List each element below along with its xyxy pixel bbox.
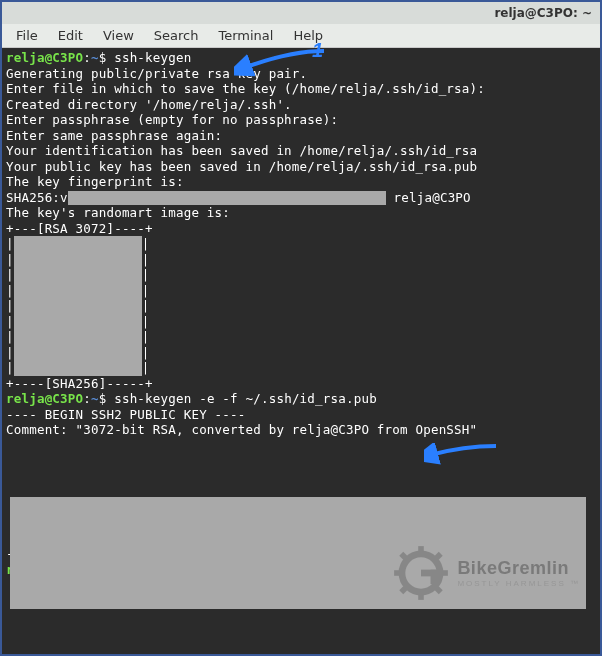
randomart-row: ||	[6, 329, 596, 345]
watermark-name: BikeGremlin	[457, 558, 580, 579]
output-line: Your public key has been saved in /home/…	[6, 159, 596, 175]
randomart-row: ||	[6, 360, 596, 376]
randomart-row: ||	[6, 298, 596, 314]
randomart-row: ||	[6, 314, 596, 330]
output-line: Enter passphrase (empty for no passphras…	[6, 112, 596, 128]
randomart-row: ||	[6, 236, 596, 252]
output-line: Enter file in which to save the key (/ho…	[6, 81, 596, 97]
menu-edit[interactable]: Edit	[48, 26, 93, 45]
prompt-line-1: relja@C3PO:~$ ssh-keygen	[6, 50, 596, 66]
output-line: The key fingerprint is:	[6, 174, 596, 190]
menu-help[interactable]: Help	[283, 26, 333, 45]
menu-file[interactable]: File	[6, 26, 48, 45]
output-line: Enter same passphrase again:	[6, 128, 596, 144]
svg-rect-4	[419, 593, 425, 600]
output-line: Created directory '/home/relja/.ssh'.	[6, 97, 596, 113]
fingerprint-line: SHA256:v relja@C3PO	[6, 190, 596, 206]
svg-rect-5	[394, 570, 401, 576]
svg-rect-6	[442, 570, 449, 576]
watermark-text: BikeGremlin MOSTLY HARMLESS ™	[457, 558, 580, 588]
svg-rect-3	[419, 546, 425, 553]
output-line: Your identification has been saved in /h…	[6, 143, 596, 159]
svg-rect-2	[431, 570, 438, 585]
randomart-row: ||	[6, 267, 596, 283]
watermark-tagline: MOSTLY HARMLESS ™	[457, 579, 580, 588]
randomart-top: +---[RSA 3072]----+	[6, 221, 596, 237]
randomart-row: ||	[6, 283, 596, 299]
watermark-logo: BikeGremlin MOSTLY HARMLESS ™	[393, 545, 580, 601]
output-line: Generating public/private rsa key pair.	[6, 66, 596, 82]
window-title: relja@C3PO: ~	[494, 6, 592, 20]
window-titlebar: relja@C3PO: ~	[2, 2, 600, 24]
randomart-header: The key's randomart image is:	[6, 205, 596, 221]
ssh2-body	[6, 469, 596, 485]
menu-view[interactable]: View	[93, 26, 144, 45]
gear-g-icon	[393, 545, 449, 601]
annotation-number-1: 1	[312, 39, 323, 62]
randomart-row: ||	[6, 252, 596, 268]
prompt-line-2: relja@C3PO:~$ ssh-keygen -e -f ~/.ssh/id…	[6, 391, 596, 407]
randomart-row: ||	[6, 345, 596, 361]
ssh2-body	[6, 438, 596, 454]
menu-bar: File Edit View Search Terminal Help	[2, 24, 600, 48]
ssh2-begin: ---- BEGIN SSH2 PUBLIC KEY ----	[6, 407, 596, 423]
ssh2-comment: Comment: "3072-bit RSA, converted by rel…	[6, 422, 596, 438]
randomart-bottom: +----[SHA256]-----+	[6, 376, 596, 392]
ssh2-body	[6, 453, 596, 469]
menu-search[interactable]: Search	[144, 26, 209, 45]
menu-terminal[interactable]: Terminal	[208, 26, 283, 45]
